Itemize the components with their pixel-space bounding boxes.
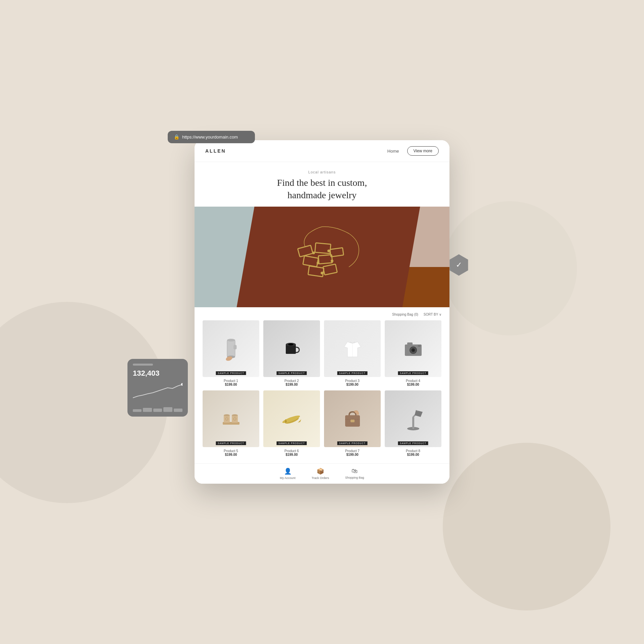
product-price-6: $199.00 [263, 453, 320, 457]
product-badge-2: SAMPLE PRODUCT [276, 371, 307, 375]
product-price-4: $199.00 [385, 383, 441, 386]
svg-rect-16 [234, 345, 236, 349]
svg-point-30 [224, 414, 230, 416]
product-card-7[interactable]: SAMPLE PRODUCT Product 7 $199.00 [324, 390, 381, 457]
svg-rect-6 [308, 266, 324, 277]
view-more-button[interactable]: View more [407, 146, 439, 156]
product-svg-6 [278, 405, 305, 432]
product-price-3: $199.00 [324, 383, 381, 386]
product-card-6[interactable]: SAMPLE PRODUCT Product 6 $199.00 [263, 390, 320, 457]
svg-rect-23 [407, 342, 413, 345]
product-badge-3: SAMPLE PRODUCT [337, 371, 368, 375]
stats-bar-5 [174, 409, 182, 412]
product-svg-8 [400, 405, 427, 432]
product-badge-7: SAMPLE PRODUCT [337, 441, 368, 445]
product-svg-7 [339, 405, 366, 432]
product-price-1: $199.00 [203, 383, 259, 386]
product-badge-6: SAMPLE PRODUCT [276, 441, 307, 445]
svg-rect-1 [298, 245, 313, 257]
product-price-2: $199.00 [263, 383, 320, 386]
stats-bar-row [133, 405, 182, 412]
product-price-8: $199.00 [385, 453, 441, 457]
hero-necklace-svg [282, 223, 362, 290]
svg-rect-40 [351, 420, 355, 422]
account-icon: 👤 [284, 468, 291, 475]
product-card-5[interactable]: SAMPLE PRODUCT Product 5 $199.00 [203, 390, 259, 457]
hero-subtitle: Local artisans [205, 170, 439, 174]
product-image-2: SAMPLE PRODUCT [263, 320, 320, 377]
website-container: ALLEN Home View more Local artisans Find… [195, 140, 449, 484]
product-card-4[interactable]: SAMPLE PRODUCT Product 4 $199.00 [385, 320, 441, 386]
url-text: https://www.yourdomain.com [182, 135, 238, 140]
product-section: Shopping Bag (0) SORT BY ∨ [195, 307, 449, 463]
product-image-8: SAMPLE PRODUCT [385, 390, 441, 447]
svg-rect-43 [412, 417, 414, 429]
navbar: ALLEN Home View more [195, 140, 449, 162]
svg-rect-5 [318, 255, 332, 264]
bottom-nav-account[interactable]: 👤 My Account [280, 468, 296, 480]
svg-point-10 [317, 262, 319, 264]
product-svg-1 [218, 335, 245, 362]
product-name-8: Product 8 [385, 449, 441, 453]
product-price-7: $199.00 [324, 453, 381, 457]
svg-point-12 [321, 272, 323, 274]
product-name-4: Product 4 [385, 379, 441, 383]
lock-icon: 🔒 [174, 134, 179, 140]
product-badge-4: SAMPLE PRODUCT [398, 371, 428, 375]
hero-image [195, 207, 449, 307]
svg-rect-31 [232, 415, 238, 423]
stats-number: 132,403 [133, 369, 182, 378]
product-image-7: SAMPLE PRODUCT [324, 390, 381, 447]
product-image-1: SAMPLE PRODUCT [203, 320, 259, 377]
product-name-7: Product 7 [324, 449, 381, 453]
svg-point-8 [312, 252, 315, 254]
nav-logo: ALLEN [205, 148, 226, 154]
product-svg-2 [278, 335, 305, 362]
track-label: Track Orders [312, 476, 329, 480]
stats-bar-1 [133, 409, 142, 412]
stats-chart [133, 381, 182, 401]
product-name-6: Product 6 [263, 449, 320, 453]
check-icon: ✓ [456, 261, 462, 269]
product-badge-5: SAMPLE PRODUCT [216, 441, 246, 445]
product-badge-1: SAMPLE PRODUCT [216, 371, 246, 375]
nav-links: Home View more [387, 146, 439, 156]
product-name-2: Product 2 [263, 379, 320, 383]
sort-by-label[interactable]: SORT BY ∨ [424, 313, 441, 316]
stats-widget: 132,403 [127, 359, 188, 417]
svg-rect-29 [224, 415, 230, 423]
svg-rect-27 [418, 345, 421, 347]
product-svg-4 [400, 335, 427, 362]
product-card-2[interactable]: SAMPLE PRODUCT Product 2 $199.00 [263, 320, 320, 386]
product-svg-3 [339, 335, 366, 362]
svg-point-32 [232, 414, 238, 416]
svg-point-14 [227, 339, 235, 341]
bottom-nav: 👤 My Account 📦 Track Orders 🛍 Shopping B… [195, 463, 449, 484]
product-card-1[interactable]: SAMPLE PRODUCT Product 1 $199.00 [203, 320, 259, 386]
svg-point-20 [288, 343, 293, 345]
bottom-nav-track[interactable]: 📦 Track Orders [312, 468, 329, 480]
product-name-5: Product 5 [203, 449, 259, 453]
bottom-nav-bag[interactable]: 🛍 Shopping Bag [345, 468, 364, 480]
url-bar[interactable]: 🔒 https://www.yourdomain.com [168, 131, 255, 143]
product-card-3[interactable]: SAMPLE PRODUCT Product 3 $199.00 [324, 320, 381, 386]
bag-icon: 🛍 [352, 468, 358, 475]
product-header: Shopping Bag (0) SORT BY ∨ [203, 313, 441, 316]
product-card-8[interactable]: SAMPLE PRODUCT Product 8 $199.00 [385, 390, 441, 457]
product-name-3: Product 3 [324, 379, 381, 383]
product-grid: SAMPLE PRODUCT Product 1 $199.00 [203, 320, 441, 457]
nav-link-home[interactable]: Home [387, 149, 399, 154]
svg-point-9 [327, 250, 330, 252]
svg-rect-7 [323, 264, 337, 275]
track-icon: 📦 [317, 468, 324, 475]
svg-point-0 [181, 383, 182, 386]
svg-point-26 [412, 349, 414, 351]
product-image-3: SAMPLE PRODUCT [324, 320, 381, 377]
shopping-bag-label: Shopping Bag (0) [392, 313, 418, 316]
product-name-1: Product 1 [203, 379, 259, 383]
product-image-6: SAMPLE PRODUCT [263, 390, 320, 447]
product-badge-8: SAMPLE PRODUCT [398, 441, 428, 445]
bag-label: Shopping Bag [345, 476, 364, 479]
hero-title: Find the best in custom,handmade jewelry [205, 177, 439, 201]
product-price-5: $199.00 [203, 453, 259, 457]
